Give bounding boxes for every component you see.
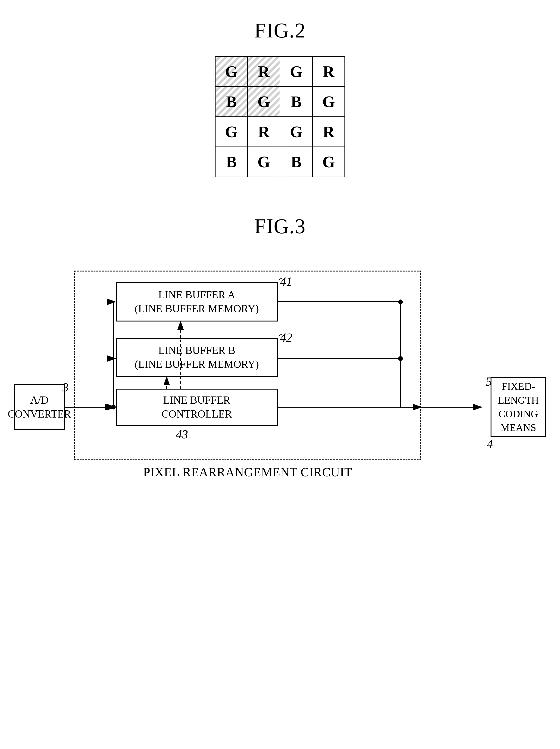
grid-cell-r0-c2: G [280,57,313,87]
line-buffer-ctrl-box: LINE BUFFER CONTROLLER [116,389,278,426]
line-buffer-a-box: LINE BUFFER A (LINE BUFFER MEMORY) [116,282,278,321]
line-buffer-b-box: LINE BUFFER B (LINE BUFFER MEMORY) [116,338,278,377]
grid-cell-r2-c3: R [313,117,345,147]
line-buffer-ctrl-label2: CONTROLLER [161,407,232,421]
grid-cell-r2-c2: G [280,117,313,147]
label-41: 41 [280,275,292,288]
grid-cell-r2-c1: R [248,117,280,147]
ad-converter-label1: A/D [30,393,48,407]
grid-cell-r1-c1: G [248,87,280,117]
grid-cell-r0-c0: G [215,57,248,87]
pixel-grid: GRGRBGBGGRGRBGBG [215,56,345,177]
label-43: 43 [176,428,188,441]
fig2-diagram: GRGRBGBGGRGRBGBG [0,56,560,177]
line-buffer-ctrl-label1: LINE BUFFER [163,393,230,407]
grid-cell-r1-c3: G [313,87,345,117]
grid-cell-r3-c2: B [280,147,313,177]
fixed-label3: CODING [498,407,538,421]
grid-cell-r1-c2: B [280,87,313,117]
fig3-section: FIG.3 PIXEL REARRANGEMENT CIRCUIT LINE B… [0,214,560,507]
fig3-title: FIG.3 [0,214,560,238]
fig2-title: FIG.2 [0,0,560,42]
ad-converter-box: A/D CONVERTER [14,384,65,430]
line-buffer-a-label1: LINE BUFFER A [158,288,235,302]
grid-cell-r3-c1: G [248,147,280,177]
label-4: 4 [487,437,493,451]
fig3-diagram: PIXEL REARRANGEMENT CIRCUIT LINE BUFFER … [0,252,560,507]
ad-converter-label2: CONVERTER [8,407,71,421]
grid-cell-r3-c3: G [313,147,345,177]
line-buffer-b-label2: (LINE BUFFER MEMORY) [135,357,259,371]
label-42: 42 [280,331,292,344]
fixed-length-box: FIXED- LENGTH CODING MEANS [491,377,546,437]
prc-label: PIXEL REARRANGEMENT CIRCUIT [74,465,421,479]
grid-cell-r0-c3: R [313,57,345,87]
line-buffer-a-label2: (LINE BUFFER MEMORY) [135,302,259,316]
grid-cell-r0-c1: R [248,57,280,87]
label-5: 5 [486,375,492,388]
fixed-label2: LENGTH [498,393,539,407]
fixed-label1: FIXED- [502,380,535,393]
fixed-label4: MEANS [500,421,536,434]
label-3: 3 [63,381,68,394]
line-buffer-b-label1: LINE BUFFER B [158,343,235,357]
fig2-section: FIG.2 GRGRBGBGGRGRBGBG [0,0,560,177]
grid-cell-r2-c0: G [215,117,248,147]
grid-cell-r3-c0: B [215,147,248,177]
grid-cell-r1-c0: B [215,87,248,117]
